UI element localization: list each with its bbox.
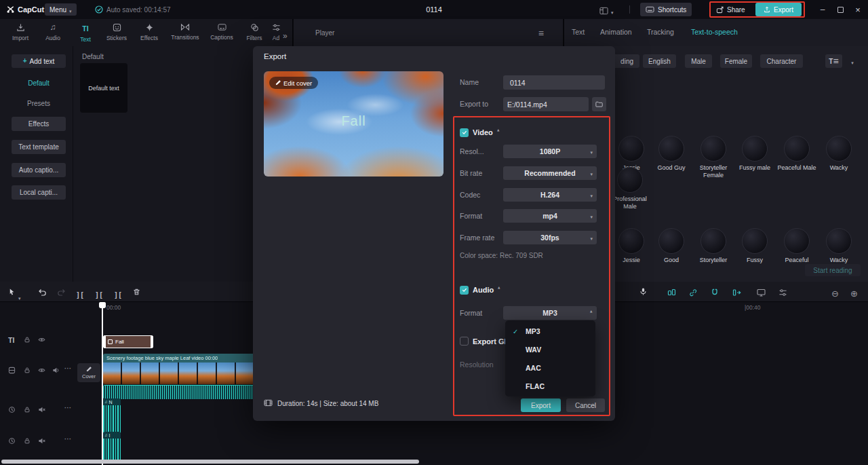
timeline-scrollbar[interactable] bbox=[1, 460, 419, 464]
tab-text-to-speech[interactable]: Text-to-speech bbox=[691, 28, 738, 36]
tag-female[interactable]: Female bbox=[720, 54, 752, 68]
select-tool-chevron-icon[interactable] bbox=[18, 291, 21, 303]
gif-checkbox[interactable] bbox=[460, 337, 469, 346]
default-text-card[interactable]: Default text bbox=[80, 63, 127, 113]
voice-card-storyteller-female[interactable]: Storyteller Female bbox=[694, 136, 733, 179]
voice-card-good-2[interactable]: Good bbox=[652, 228, 691, 264]
toolbar-item-captions[interactable]: Captions bbox=[206, 23, 237, 41]
minimize-button[interactable] bbox=[814, 0, 831, 19]
audio-clip-2[interactable]: I bbox=[103, 432, 121, 464]
preview-quality-icon[interactable] bbox=[757, 289, 766, 297]
toolbar-item-import[interactable]: Import bbox=[5, 23, 36, 41]
zoom-out-icon[interactable] bbox=[831, 287, 839, 299]
audio-checkbox[interactable] bbox=[460, 286, 469, 295]
sidebar-item-text-template[interactable]: Text template bbox=[12, 140, 66, 154]
mute-icon[interactable] bbox=[38, 406, 45, 413]
menu-option-mp3[interactable]: MP3 bbox=[505, 322, 595, 340]
audio-format-dropdown[interactable]: MP3 bbox=[503, 306, 597, 320]
more-options-icon[interactable] bbox=[64, 436, 72, 443]
tag-expand-button[interactable] bbox=[846, 54, 859, 68]
more-options-icon[interactable] bbox=[64, 365, 72, 372]
record-voiceover-icon[interactable] bbox=[639, 287, 647, 296]
sidebar-item-effects[interactable]: Effects bbox=[12, 117, 66, 131]
voice-card-good-guy[interactable]: Good Guy bbox=[652, 136, 691, 172]
bitrate-dropdown[interactable]: Recommended bbox=[503, 166, 597, 180]
lock-icon[interactable] bbox=[24, 336, 31, 343]
toolbar-item-text[interactable]: Text bbox=[70, 23, 101, 43]
audio-clip-1[interactable]: N bbox=[103, 398, 121, 434]
sidebar-item-default[interactable]: Default bbox=[12, 76, 66, 90]
voice-card-peaceful-male[interactable]: Peaceful Male bbox=[777, 136, 816, 172]
clip-handle-right[interactable] bbox=[151, 335, 153, 348]
cover-button[interactable]: Cover bbox=[77, 363, 100, 382]
toolbar-item-stickers[interactable]: Stickers bbox=[101, 23, 132, 41]
tag-english[interactable]: English bbox=[643, 54, 676, 68]
toolbar-item-transitions[interactable]: Transitions bbox=[167, 23, 203, 41]
start-reading-button[interactable]: Start reading bbox=[805, 264, 861, 276]
export-path-input[interactable]: E:/0114.mp4 bbox=[503, 97, 589, 111]
redo-icon[interactable] bbox=[57, 289, 66, 296]
voice-card-professional-male[interactable]: Professional Male bbox=[610, 167, 650, 210]
toolbar-overflow-icon[interactable] bbox=[283, 29, 288, 41]
tag-character[interactable]: Character bbox=[760, 54, 803, 68]
playhead-line[interactable] bbox=[102, 302, 103, 465]
player-menu-icon[interactable] bbox=[538, 27, 544, 39]
toolbar-item-effects[interactable]: Effects bbox=[134, 23, 165, 41]
menu-option-aac[interactable]: AAC bbox=[505, 358, 595, 377]
mute-icon[interactable] bbox=[38, 437, 45, 445]
resolution-dropdown[interactable]: 1080P bbox=[503, 145, 597, 158]
voice-card-wacky[interactable]: Wacky bbox=[819, 136, 859, 172]
voice-card-wacky-2[interactable]: Wacky bbox=[819, 228, 859, 264]
magnet-icon[interactable] bbox=[711, 289, 719, 297]
text-style-button[interactable]: T bbox=[825, 54, 842, 68]
name-input[interactable]: 0114 bbox=[503, 75, 605, 90]
voice-card-fussy-2[interactable]: Fussy bbox=[735, 228, 774, 264]
maximize-button[interactable] bbox=[831, 0, 849, 19]
ripple-edit-icon[interactable] bbox=[732, 289, 741, 297]
speaker-icon[interactable] bbox=[52, 367, 60, 374]
export-gif-row[interactable]: Export GIF bbox=[460, 337, 511, 346]
menu-option-wav[interactable]: WAV bbox=[505, 340, 595, 358]
add-text-button[interactable]: Add text bbox=[12, 54, 66, 68]
voice-card-peaceful-2[interactable]: Peaceful bbox=[777, 228, 816, 264]
tag-male[interactable]: Male bbox=[685, 54, 712, 68]
trim-right-icon[interactable] bbox=[114, 288, 122, 300]
zoom-in-icon[interactable] bbox=[850, 287, 858, 299]
dialog-export-button[interactable]: Export bbox=[521, 398, 561, 412]
video-section-header[interactable]: Video bbox=[460, 126, 499, 138]
browse-folder-button[interactable] bbox=[592, 97, 606, 111]
close-button[interactable] bbox=[849, 0, 867, 19]
video-audio-waveform[interactable] bbox=[103, 385, 255, 399]
lock-icon[interactable] bbox=[24, 437, 31, 445]
tab-tracking[interactable]: Tracking bbox=[647, 28, 674, 36]
undo-icon[interactable] bbox=[38, 289, 47, 296]
share-button[interactable]: Share bbox=[716, 3, 745, 16]
export-button[interactable]: Export bbox=[755, 3, 802, 16]
video-clip[interactable]: Scenery footage blue sky maple Leaf vide… bbox=[103, 354, 255, 384]
edit-cover-button[interactable]: Edit cover bbox=[269, 77, 318, 89]
clip-handle-left[interactable] bbox=[103, 335, 106, 348]
framerate-dropdown[interactable]: 30fps bbox=[503, 231, 597, 244]
tab-animation[interactable]: Animation bbox=[600, 28, 632, 36]
trim-left-icon[interactable] bbox=[95, 288, 103, 300]
voice-card-storyteller-2[interactable]: Storyteller bbox=[694, 228, 733, 264]
eye-icon[interactable] bbox=[38, 336, 45, 343]
dialog-cancel-button[interactable]: Cancel bbox=[566, 398, 605, 412]
voice-card-fussy-male[interactable]: Fussy male bbox=[735, 136, 774, 172]
codec-dropdown[interactable]: H.264 bbox=[503, 188, 597, 202]
menu-button[interactable]: Menu bbox=[45, 3, 77, 16]
sidebar-item-local-captions[interactable]: Local capti... bbox=[12, 185, 66, 200]
toolbar-item-audio[interactable]: Audio bbox=[37, 23, 68, 41]
audio-section-header[interactable]: Audio bbox=[460, 284, 500, 296]
adjust-view-icon[interactable] bbox=[778, 289, 787, 297]
overlap-mode-icon[interactable] bbox=[667, 289, 676, 297]
sidebar-item-auto-captions[interactable]: Auto captio... bbox=[12, 163, 66, 177]
more-options-icon[interactable] bbox=[64, 405, 72, 411]
voice-card-jessie-2[interactable]: Jessie bbox=[612, 228, 651, 264]
eye-icon[interactable] bbox=[38, 367, 45, 374]
lock-icon[interactable] bbox=[24, 406, 31, 413]
link-clips-icon[interactable] bbox=[689, 289, 697, 297]
lock-icon[interactable] bbox=[24, 367, 31, 374]
text-clip[interactable]: Fall bbox=[103, 335, 153, 348]
split-clip-icon[interactable] bbox=[76, 288, 84, 300]
